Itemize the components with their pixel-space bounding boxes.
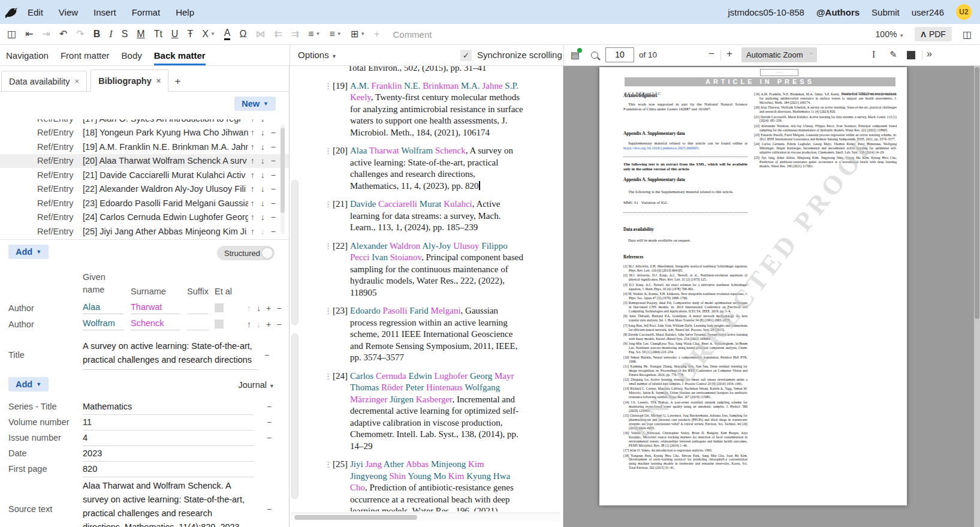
add-author-icon[interactable]: + [266, 303, 271, 313]
drag-handle-icon[interactable]: ⋮ [324, 145, 333, 192]
pdf-scrollbar[interactable] [974, 66, 980, 527]
pdf-sidebar-toggle-icon[interactable]: ▤ [571, 49, 580, 61]
list-scrollbar[interactable] [281, 124, 285, 234]
bibliography-entry[interactable]: ⋮[19]A.M. Franklin N.E. Brinkman M.A. Ja… [303, 80, 554, 139]
ref-entry-row[interactable]: Ref/Entry[23] Edoardo Pasolli Farid Melg… [0, 196, 289, 210]
pdf-button[interactable]: ΛPDF [915, 27, 952, 41]
etal-checkbox[interactable] [215, 320, 224, 329]
bibliography-entry[interactable]: ⋮[25]Jiyi Jang Ather Abbas Minjeong Kim … [303, 459, 554, 511]
close-tab-icon[interactable]: × [75, 77, 80, 86]
strikethrough-icon[interactable]: S [122, 29, 128, 39]
ref-entry-row[interactable]: Ref/Entry[20] Alaa Tharwat Wolfram Schen… [0, 154, 289, 168]
entry-text[interactable]: Carlos Cernuda Edwin Lughofer Georg Mayr… [350, 371, 523, 453]
menu-edit[interactable]: Edit [28, 7, 43, 17]
remove-icon[interactable]: − [271, 227, 276, 236]
move-down-icon[interactable]: ↓ [261, 184, 265, 194]
given-name-input[interactable]: Wolfram [83, 318, 123, 330]
drag-handle-icon[interactable]: ⋮ [324, 80, 333, 139]
font-color-icon[interactable]: A [224, 28, 231, 40]
comment-button[interactable]: Comment [393, 29, 432, 40]
remove-icon[interactable]: − [271, 142, 276, 152]
clear-formatting-icon[interactable]: Ŧ [187, 29, 193, 39]
move-down-icon[interactable]: ↓ [261, 142, 265, 152]
italic-icon[interactable]: I [109, 29, 112, 39]
synchronize-scrolling-checkbox[interactable]: ✓ [460, 50, 472, 61]
numbered-list-icon[interactable]: ≡▼ [330, 29, 342, 39]
remove-field-button[interactable]: − [260, 417, 278, 427]
move-up-icon[interactable]: ↑ [251, 170, 255, 180]
bold-icon[interactable]: B [94, 29, 101, 39]
move-down-icon[interactable]: ↓ [261, 156, 265, 165]
entry-text[interactable]: Davide Cacciarelli Murat Kulahci, Active… [350, 198, 523, 234]
structured-toggle[interactable]: Structured [217, 246, 275, 260]
move-down-icon[interactable]: ↓ [261, 119, 265, 124]
move-up-icon[interactable]: ↑ [247, 320, 251, 329]
shape-tool-icon[interactable] [907, 51, 915, 59]
move-up-icon[interactable]: ↑ [251, 119, 255, 124]
suffix-input[interactable] [187, 318, 209, 330]
remove-field-button[interactable]: − [260, 433, 278, 442]
move-down-icon[interactable]: ↓ [261, 128, 265, 137]
panel-tab-data-availability[interactable]: Data availability× [1, 71, 87, 91]
avatar[interactable]: U2 [956, 4, 972, 20]
editor-content[interactable]: Total Environ., 502, (2015), pp. 31–41 ⋮… [303, 66, 554, 511]
horizontal-scrollbar[interactable] [291, 513, 560, 521]
variable-icon[interactable]: X▼ [202, 29, 215, 39]
entry-text[interactable]: Jiyi Jang Ather Abbas Minjeong Kim Jingy… [350, 459, 523, 511]
tab-body[interactable]: Body [122, 45, 142, 65]
move-down-icon[interactable]: ↓ [261, 198, 265, 208]
title-input[interactable]: A survey on active learning: State-of-th… [83, 339, 258, 370]
surname-input[interactable]: Schenck [131, 318, 180, 330]
field-value-input[interactable]: 4 [83, 430, 254, 446]
move-up-icon[interactable]: ↑ [251, 227, 255, 236]
move-up-icon[interactable]: ↑ [251, 128, 255, 137]
text-select-tool-icon[interactable]: I [872, 49, 875, 60]
doi-link[interactable]: https://doi.org/10.1016/j.jstmdocs.2025.… [623, 146, 698, 150]
drag-handle-icon[interactable]: ⋮ [324, 240, 333, 299]
more-tools-chevron-icon[interactable]: » [927, 49, 932, 59]
move-up-icon[interactable]: ↑ [251, 212, 255, 222]
entry-text[interactable]: A.M. Franklin N.E. Brinkman M.A. Jahne S… [350, 80, 523, 139]
tab-navigation[interactable]: Navigation [6, 45, 49, 65]
entry-text[interactable]: Alexander Waldron Aly-Joy Ulusoy Filippo… [350, 240, 523, 299]
etal-checkbox[interactable] [215, 303, 224, 312]
entry-text[interactable]: Edoardo Pasolli Farid Melgani, Gaussian … [350, 305, 523, 364]
remove-icon[interactable]: − [271, 170, 276, 180]
drag-handle-icon[interactable]: ⋮ [324, 198, 333, 234]
new-button[interactable]: New▼ [234, 97, 276, 111]
menu-format[interactable]: Format [132, 7, 161, 17]
field-value-input[interactable]: 820 [83, 461, 254, 477]
view-split-icon[interactable]: ◫ [7, 29, 16, 39]
ref-entry-row[interactable]: Ref/Entry[22] Alexander Waldron Aly-Joy … [0, 182, 289, 197]
menu-view[interactable]: View [59, 7, 78, 17]
underline-icon[interactable]: U [171, 29, 179, 39]
menu-help[interactable]: Help [176, 7, 194, 17]
remove-icon[interactable]: − [271, 156, 276, 165]
add-field-button[interactable]: Add▼ [8, 377, 49, 392]
remove-field-button[interactable]: − [260, 504, 278, 514]
remove-icon[interactable]: − [271, 212, 276, 222]
drag-handle-icon[interactable]: ⋮ [324, 305, 333, 364]
ref-entry-row[interactable]: Ref/Entry[17] Alan O. Sykes An introduct… [0, 119, 289, 126]
remove-author-icon[interactable]: − [276, 303, 281, 313]
bibliography-entry[interactable]: ⋮[21]Davide Cacciarelli Murat Kulahci, A… [303, 198, 554, 234]
field-value-input[interactable]: Mathematics [83, 399, 254, 415]
ref-entry-row[interactable]: Ref/Entry[25] Jiyi Jang Ather Abbas Minj… [0, 224, 289, 239]
pdf-zoom-mode-dropdown[interactable]: Automatic Zoomˇ [741, 47, 817, 62]
menu-insert[interactable]: Insert [94, 7, 116, 17]
add-button[interactable]: Add▼ [8, 245, 49, 259]
change-marker-bar[interactable] [291, 180, 298, 325]
skip-previous-icon[interactable]: ⇤ [25, 29, 33, 39]
remove-icon[interactable]: − [271, 128, 276, 137]
remove-title-button[interactable]: − [258, 350, 276, 360]
given-name-input[interactable]: Alaa [83, 302, 123, 314]
tab-back-matter[interactable]: Back matter [154, 45, 206, 65]
undo-icon[interactable]: ↶ [59, 29, 67, 39]
close-tab-icon[interactable]: × [156, 76, 161, 85]
panel-toggle-icon[interactable]: ◫ [963, 29, 972, 40]
math-style-icon[interactable]: M [137, 29, 144, 39]
annotate-pencil-icon[interactable]: ✎ [889, 49, 897, 60]
add-panel-tab-button[interactable]: + [174, 76, 180, 88]
move-up-icon[interactable]: ↑ [251, 198, 255, 208]
tab-front-matter[interactable]: Front matter [61, 45, 110, 65]
